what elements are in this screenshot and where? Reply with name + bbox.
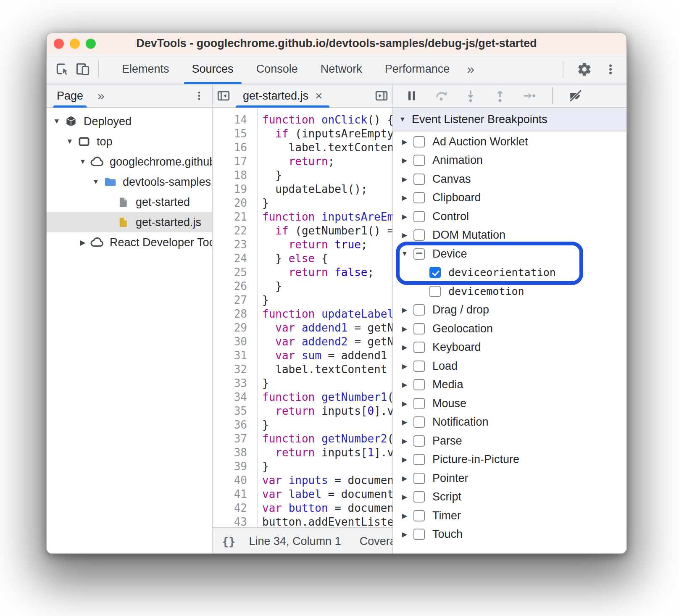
gear-icon[interactable] xyxy=(574,59,595,79)
checkbox-clipboard[interactable] xyxy=(413,192,425,203)
device-toolbar-icon[interactable] xyxy=(73,59,93,79)
editor-tab-get-started-js[interactable]: get-started.js × xyxy=(234,84,331,108)
checkbox-picture-in-picture[interactable] xyxy=(413,454,425,465)
line-number[interactable]: 22 xyxy=(213,224,252,238)
checkbox-geolocation[interactable] xyxy=(413,323,425,334)
breakpoint-row-picture-in-picture[interactable]: ▶Picture-in-Picture xyxy=(393,450,626,469)
breakpoint-row-drag-drop[interactable]: ▶Drag / drop xyxy=(393,301,626,320)
navigator-kebab-menu-icon[interactable] xyxy=(189,86,209,106)
category-expand-arrow[interactable]: ▶ xyxy=(399,156,410,164)
line-number[interactable]: 34 xyxy=(213,390,252,404)
checkbox-device[interactable] xyxy=(413,248,425,260)
line-number[interactable]: 32 xyxy=(213,363,252,376)
minimize-window-button[interactable] xyxy=(70,39,80,49)
category-expand-arrow[interactable]: ▶ xyxy=(399,231,410,239)
step-out-icon[interactable] xyxy=(492,88,508,103)
line-number[interactable]: 29 xyxy=(213,321,252,335)
breakpoint-row-notification[interactable]: ▶Notification xyxy=(393,413,626,432)
zoom-window-button[interactable] xyxy=(86,39,96,49)
step-into-icon[interactable] xyxy=(463,88,478,103)
tab-elements[interactable]: Elements xyxy=(111,54,181,84)
category-expand-arrow[interactable]: ▶ xyxy=(399,400,410,408)
checkbox-notification[interactable] xyxy=(413,416,425,428)
category-expand-arrow[interactable]: ▶ xyxy=(399,381,410,389)
breakpoint-row-dom-mutation[interactable]: ▶DOM Mutation xyxy=(393,226,626,245)
breakpoint-row-parse[interactable]: ▶Parse xyxy=(393,432,626,450)
line-number[interactable]: 40 xyxy=(213,474,252,487)
tree-expand-arrow[interactable]: ▼ xyxy=(51,117,63,126)
tab-network[interactable]: Network xyxy=(309,54,374,84)
tree-item-googlechrome-github-io[interactable]: ▼googlechrome.github.io xyxy=(47,152,212,172)
tab-console[interactable]: Console xyxy=(245,54,309,84)
category-expand-arrow[interactable]: ▶ xyxy=(399,175,410,183)
line-number[interactable]: 19 xyxy=(213,182,252,196)
line-number[interactable]: 23 xyxy=(213,238,252,252)
breakpoint-row-canvas[interactable]: ▶Canvas xyxy=(393,170,626,189)
line-number[interactable]: 16 xyxy=(213,141,252,155)
tree-expand-arrow[interactable]: ▼ xyxy=(64,137,76,146)
checkbox-devicemotion[interactable] xyxy=(429,286,441,297)
category-expand-arrow[interactable]: ▶ xyxy=(399,530,410,538)
category-expand-arrow[interactable]: ▶ xyxy=(399,138,410,146)
breakpoint-row-timer[interactable]: ▶Timer xyxy=(393,506,626,525)
line-number[interactable]: 42 xyxy=(213,501,252,515)
checkbox-deviceorientation[interactable] xyxy=(429,267,441,278)
pretty-print-icon[interactable]: {} xyxy=(222,535,236,548)
kebab-menu-icon[interactable] xyxy=(600,59,621,79)
breakpoint-row-control[interactable]: ▶Control xyxy=(393,207,626,226)
tree-item-react-developer-tools[interactable]: ▶React Developer Tools xyxy=(47,232,212,253)
line-number[interactable]: 24 xyxy=(213,252,252,266)
line-number[interactable]: 26 xyxy=(213,279,252,293)
breakpoint-row-ad-auction-worklet[interactable]: ▶Ad Auction Worklet xyxy=(393,132,626,151)
deactivate-breakpoints-icon[interactable] xyxy=(568,88,583,103)
checkbox-pointer[interactable] xyxy=(413,473,425,484)
checkbox-keyboard[interactable] xyxy=(413,342,425,353)
breakpoint-row-script[interactable]: ▶Script xyxy=(393,488,626,507)
line-number[interactable]: 25 xyxy=(213,266,252,279)
line-number[interactable]: 37 xyxy=(213,432,252,446)
checkbox-drag-drop[interactable] xyxy=(413,304,425,316)
line-number[interactable]: 21 xyxy=(213,210,252,224)
line-number[interactable]: 30 xyxy=(213,335,252,349)
breakpoint-row-geolocation[interactable]: ▶Geolocation xyxy=(393,319,626,338)
tab-page[interactable]: Page xyxy=(47,84,93,108)
tree-item-deployed[interactable]: ▼Deployed xyxy=(47,111,212,132)
category-expand-arrow[interactable]: ▶ xyxy=(399,325,410,333)
breakpoint-row-device[interactable]: ▼Device xyxy=(393,245,626,263)
show-debugger-icon[interactable] xyxy=(371,84,392,108)
tree-expand-arrow[interactable]: ▼ xyxy=(77,158,89,166)
tab-sources[interactable]: Sources xyxy=(181,54,245,84)
breakpoint-row-keyboard[interactable]: ▶Keyboard xyxy=(393,338,626,357)
line-number[interactable]: 28 xyxy=(213,307,252,321)
line-number[interactable]: 17 xyxy=(213,155,252,168)
line-number[interactable]: 31 xyxy=(213,349,252,363)
line-number[interactable]: 33 xyxy=(213,376,252,390)
category-expand-arrow[interactable]: ▶ xyxy=(399,213,410,221)
breakpoint-row-clipboard[interactable]: ▶Clipboard xyxy=(393,189,626,208)
category-expand-arrow[interactable]: ▶ xyxy=(399,362,410,370)
tree-expand-arrow[interactable]: ▼ xyxy=(90,178,102,186)
checkbox-parse[interactable] xyxy=(413,435,425,447)
category-expand-arrow[interactable]: ▼ xyxy=(399,250,410,258)
line-number[interactable]: 36 xyxy=(213,418,252,432)
checkbox-media[interactable] xyxy=(413,379,425,390)
inspect-element-icon[interactable] xyxy=(53,59,73,79)
tree-item-get-started-js[interactable]: get-started.js xyxy=(47,212,212,232)
checkbox-canvas[interactable] xyxy=(413,174,425,185)
checkbox-touch[interactable] xyxy=(413,529,425,540)
checkbox-timer[interactable] xyxy=(413,510,425,521)
line-number[interactable]: 20 xyxy=(213,196,252,210)
tree-expand-arrow[interactable]: ▶ xyxy=(77,238,89,247)
pause-script-icon[interactable] xyxy=(404,88,419,103)
tab-performance[interactable]: Performance xyxy=(374,54,461,84)
category-expand-arrow[interactable]: ▶ xyxy=(399,418,410,426)
event-listener-breakpoints-section[interactable]: ▼ Event Listener Breakpoints xyxy=(393,108,626,132)
checkbox-control[interactable] xyxy=(413,211,425,222)
category-expand-arrow[interactable]: ▶ xyxy=(399,306,410,314)
checkbox-ad-auction-worklet[interactable] xyxy=(413,136,425,147)
line-number[interactable]: 27 xyxy=(213,293,252,307)
breakpoint-row-pointer[interactable]: ▶Pointer xyxy=(393,469,626,488)
line-number[interactable]: 39 xyxy=(213,460,252,474)
breakpoint-row-animation[interactable]: ▶Animation xyxy=(393,151,626,170)
checkbox-mouse[interactable] xyxy=(413,398,425,409)
